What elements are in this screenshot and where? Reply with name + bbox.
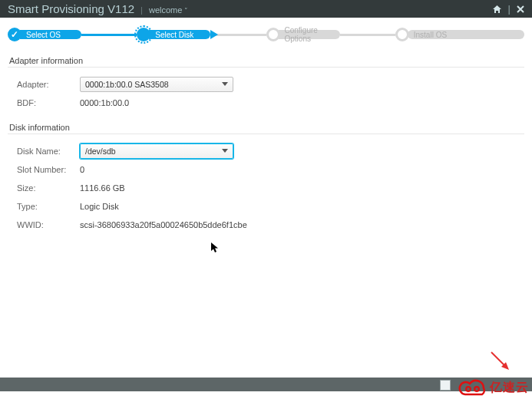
section-title: Adapter information [9,56,524,65]
disk-name-dropdown[interactable]: /dev/sdb [80,143,233,159]
chevron-down-icon [222,149,228,153]
step-label: Select Disk [149,30,210,39]
header-divider: | [508,3,511,15]
watermark-logo: 亿速云 [456,378,529,397]
header-right: | [492,3,524,15]
footer-checkbox[interactable] [440,380,451,391]
section-title: Disk information [9,123,524,132]
disk-name-row: Disk Name: /dev/sdb [17,142,524,160]
field-value: 1116.66 GB [80,183,125,193]
field-value: 0000:1b:00.0 [80,98,129,107]
svg-point-2 [466,387,471,391]
dropdown-value: /dev/sdb [85,147,116,156]
step-install-os: Install OS [395,28,524,41]
dropdown-value: 0000:1b:00.0 SAS3508 [85,80,169,89]
field-label: BDF: [17,98,80,107]
disk-info-section: Disk information Disk Name: /dev/sdb Slo… [8,123,524,239]
close-icon[interactable] [517,5,524,13]
step-select-disk[interactable]: Select Disk [137,28,266,41]
chevron-down-icon [222,82,228,86]
field-label: Adapter: [17,80,80,89]
field-value: Logic Disk [80,202,119,211]
step-label: Select OS [20,30,81,39]
step-connector [210,34,266,36]
title-separator: | [140,5,143,15]
field-value: scsi-36806933a20f5a00024650b5dde6f1cbe [80,220,247,229]
step-label: Install OS [408,30,524,39]
field-label: WWID: [17,220,80,229]
main-content: ✓ Select OS Select Disk Configure Option… [0,18,532,239]
section-body: Disk Name: /dev/sdb Slot Number: 0 Size:… [8,134,524,239]
step-configure-options: Configure Options [266,28,395,41]
annotation-arrow-icon [487,348,511,371]
field-label: Slot Number: [17,165,80,174]
field-label: Size: [17,183,80,193]
slot-row: Slot Number: 0 [17,160,524,179]
adapter-dropdown[interactable]: 0000:1b:00.0 SAS3508 [80,77,233,92]
pending-icon [266,28,280,41]
type-row: Type: Logic Disk [17,197,524,216]
watermark-text: 亿速云 [490,380,529,396]
wwid-row: WWID: scsi-36806933a20f5a00024650b5dde6f… [17,216,524,234]
app-header: Smart Provisioning V112 | welcome | [0,0,532,18]
mouse-cursor-icon [211,242,219,253]
svg-point-3 [474,387,479,391]
size-row: Size: 1116.66 GB [17,179,524,197]
step-select-os[interactable]: ✓ Select OS [8,28,137,41]
footer-bar [0,378,532,391]
section-body: Adapter: 0000:1b:00.0 SAS3508 BDF: 0000:… [8,67,524,117]
header-left: Smart Provisioning V112 | welcome [8,2,188,15]
field-label: Disk Name: [17,147,80,156]
wizard-stepper: ✓ Select OS Select Disk Configure Option… [8,24,524,45]
welcome-dropdown[interactable]: welcome [149,5,188,15]
field-value: 0 [80,165,84,174]
cloud-icon [456,378,488,397]
step-connector [81,34,137,36]
step-label: Configure Options [279,30,340,39]
adapter-row: Adapter: 0000:1b:00.0 SAS3508 [17,75,524,94]
home-icon[interactable] [492,5,502,14]
app-title: Smart Provisioning V112 [8,2,134,15]
bdf-row: BDF: 0000:1b:00.0 [17,94,524,112]
step-connector [340,34,395,36]
field-label: Type: [17,202,80,211]
adapter-info-section: Adapter information Adapter: 0000:1b:00.… [8,56,524,117]
